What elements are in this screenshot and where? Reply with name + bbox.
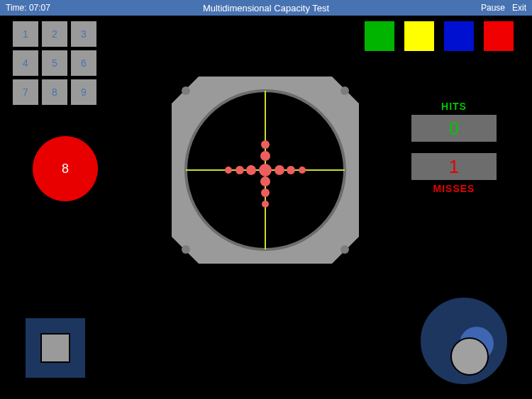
red-number-indicator: 8 [33, 136, 98, 201]
key-5[interactable]: 5 [42, 50, 67, 76]
hits-label: HITS [411, 101, 497, 112]
target-dot [235, 166, 244, 174]
misses-label: MISSES [411, 183, 497, 194]
target-dot [260, 176, 270, 186]
bolt-icon [182, 86, 190, 95]
color-red[interactable] [484, 21, 514, 51]
hits-value: 0 [449, 118, 459, 140]
key-8[interactable]: 8 [42, 79, 67, 105]
pause-button[interactable]: Pause [481, 3, 505, 13]
target-dot [261, 189, 270, 197]
exit-button[interactable]: Exit [512, 3, 526, 13]
target-dot [287, 166, 295, 174]
key-7[interactable]: 7 [13, 79, 38, 105]
numeric-keypad: 1 2 3 4 5 6 7 8 9 [13, 21, 96, 105]
header-actions: Pause Exit [481, 3, 526, 13]
target-dot [299, 167, 306, 174]
color-blue[interactable] [444, 21, 474, 51]
target-dot [246, 165, 256, 175]
app-title: Multidimensional Capacity Test [0, 3, 532, 13]
bolt-icon [340, 245, 349, 254]
red-number-value: 8 [62, 162, 69, 176]
target-dot [225, 167, 232, 174]
game-stage: 1 2 3 4 5 6 7 8 9 8 HITS 0 1 MISSES [0, 16, 532, 399]
color-buttons [365, 21, 514, 51]
time-label: Time: 07:07 [6, 3, 50, 13]
key-6[interactable]: 6 [71, 50, 96, 76]
joystick[interactable] [419, 296, 509, 386]
crosshair-panel[interactable] [172, 77, 359, 264]
key-2[interactable]: 2 [42, 21, 67, 47]
bolt-icon [182, 245, 190, 254]
header-bar: Time: 07:07 Multidimensional Capacity Te… [0, 0, 532, 16]
target-dot [262, 201, 269, 208]
color-yellow[interactable] [404, 21, 434, 51]
misses-value: 1 [449, 156, 459, 178]
square-button[interactable] [26, 318, 85, 378]
target-dot [261, 140, 270, 149]
bolt-icon [340, 86, 349, 95]
target-dot [259, 164, 272, 176]
key-9[interactable]: 9 [71, 79, 96, 105]
square-icon [40, 333, 70, 363]
target-dot [260, 151, 270, 161]
key-4[interactable]: 4 [13, 50, 38, 76]
joystick-knob [451, 338, 488, 375]
key-3[interactable]: 3 [71, 21, 96, 47]
target-dot [275, 165, 284, 175]
color-green[interactable] [365, 21, 394, 51]
score-panel: HITS 0 1 MISSES [411, 101, 497, 194]
key-1[interactable]: 1 [13, 21, 38, 47]
